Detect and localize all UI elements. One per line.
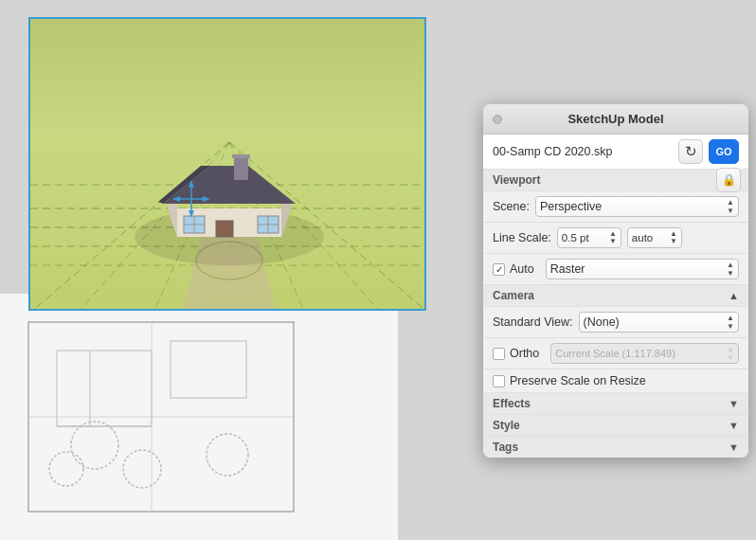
line-scale-label: Line Scale: [493,231,551,244]
preserve-checkbox-wrap: Preserve Scale on Resize [493,374,646,387]
scene-row: Scene: Perspective ▲ ▼ [483,191,748,223]
auto-row: ✓ Auto Raster ▲ ▼ [483,254,748,285]
refresh-button[interactable]: ↻ [678,139,703,164]
line-scale-arrows: ▲ ▼ [609,230,617,245]
line-scale-input[interactable]: 0.5 pt ▲ ▼ [557,227,621,248]
render-mode-dropdown[interactable]: Raster ▲ ▼ [546,259,739,279]
sketchup-panel: SketchUp Model 00-Samp CD 2020.skp ↻ GO … [483,104,748,458]
svg-rect-1 [57,351,152,426]
preserve-scale-row: Preserve Scale on Resize [483,369,748,393]
preserve-label: Preserve Scale on Resize [510,374,646,387]
style-section-header[interactable]: Style ▼ [483,415,748,437]
ortho-scale-dropdown: Current Scale (1:117.849) ▲ ▼ [550,343,739,364]
line-scale-auto-value: auto [632,232,668,243]
auto-checkbox[interactable]: ✓ [493,263,505,276]
standard-view-label: Standard View: [493,315,573,329]
standard-view-row: Standard View: (None) ▲ ▼ [483,307,748,338]
svg-rect-39 [216,221,233,237]
ortho-checkbox[interactable] [493,348,505,360]
effects-section-header[interactable]: Effects ▼ [483,393,748,415]
svg-point-7 [49,452,83,486]
panel-body: 00-Samp CD 2020.skp ↻ GO Viewport 🔒 Scen… [483,135,748,458]
ortho-row: Ortho Current Scale (1:117.849) ▲ ▼ [483,338,748,369]
go-button[interactable]: GO [709,139,739,164]
line-scale-value: 0.5 pt [562,232,607,243]
panel-titlebar: SketchUp Model [483,104,748,135]
file-row: 00-Samp CD 2020.skp ↻ GO [483,135,748,170]
scene-value: Perspective [540,200,727,213]
viewport-section-header: Viewport 🔒 [483,170,748,191]
preserve-checkbox[interactable] [493,375,505,387]
svg-point-5 [71,422,118,469]
auto-label: Auto [510,262,534,276]
ortho-label: Ortho [510,347,539,360]
tags-section-header[interactable]: Tags ▼ [483,437,748,458]
file-name: 00-Samp CD 2020.skp [493,145,673,158]
ortho-checkbox-wrap: Ortho [493,347,539,360]
tags-label: Tags [493,441,518,454]
tags-collapse-icon: ▼ [729,441,739,453]
viewport-frame [28,17,426,311]
standard-view-dropdown[interactable]: (None) ▲ ▼ [579,312,739,333]
line-scale-auto-input[interactable]: auto ▲ ▼ [627,227,682,248]
scene-label: Scene: [493,200,530,213]
auto-checkbox-wrap: ✓ Auto [493,262,534,276]
effects-label: Effects [493,397,531,410]
panel-title: SketchUp Model [567,112,663,126]
window-close-dot[interactable] [493,115,502,124]
svg-point-8 [207,434,248,476]
style-label: Style [493,419,520,432]
scene-dropdown-arrows: ▲ ▼ [727,199,734,215]
render-mode-value: Raster [550,262,727,276]
camera-label: Camera [493,289,534,302]
camera-section-header[interactable]: Camera ▲ [483,285,748,307]
blueprint-svg [0,294,398,540]
svg-rect-31 [234,156,248,180]
render-mode-arrows: ▲ ▼ [727,261,734,278]
scene-dropdown[interactable]: Perspective ▲ ▼ [535,196,739,217]
line-scale-row: Line Scale: 0.5 pt ▲ ▼ auto ▲ ▼ [483,223,748,254]
ortho-scale-value: Current Scale (1:117.849) [555,348,727,359]
ortho-scale-arrows: ▲ ▼ [727,346,734,362]
standard-view-arrows: ▲ ▼ [727,315,734,331]
svg-rect-2 [171,341,246,398]
camera-collapse-icon: ▲ [729,290,739,301]
style-collapse-icon: ▼ [729,420,739,431]
blueprint-background [0,294,398,540]
line-scale-auto-arrows: ▲ ▼ [670,230,677,245]
viewport-lock-button[interactable]: 🔒 [716,168,741,192]
standard-view-value: (None) [584,315,728,329]
viewport-svg [30,19,426,311]
effects-collapse-icon: ▼ [729,398,739,409]
svg-rect-32 [232,154,250,158]
svg-point-6 [123,450,161,488]
viewport-3d [30,19,424,309]
viewport-label: Viewport [493,173,540,187]
